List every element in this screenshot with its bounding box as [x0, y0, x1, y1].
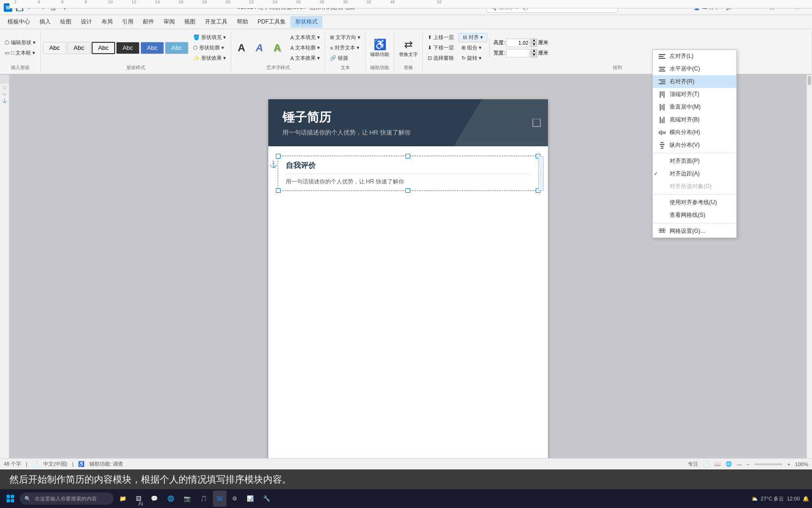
- art-text-1[interactable]: A: [233, 39, 250, 57]
- menu-design[interactable]: 设计: [76, 16, 97, 28]
- word-count: 48 个字: [4, 460, 21, 468]
- menu-view[interactable]: 视图: [180, 16, 200, 28]
- align-left-item[interactable]: 左对齐(L): [653, 50, 736, 63]
- page-icon: 📄: [32, 461, 39, 467]
- start-button[interactable]: [3, 491, 18, 507]
- select-pane-btn[interactable]: ⊡ 选择窗格: [425, 54, 457, 63]
- width-down[interactable]: ▼: [531, 53, 537, 57]
- align-text-btn[interactable]: ≡ 对齐文本 ▾: [327, 43, 363, 53]
- menu-insert[interactable]: 插入: [35, 16, 55, 28]
- ribbon-group-arrange: ⬆ 上移一层 ⬇ 下移一层 ⊡ 选择窗格: [423, 31, 812, 72]
- menu-layout[interactable]: 布局: [97, 16, 117, 28]
- align-btn[interactable]: ⊟ 对齐 ▾: [459, 33, 487, 42]
- focus-label[interactable]: 专注: [688, 460, 698, 468]
- align-middle-item[interactable]: 垂直居中(M): [653, 101, 736, 113]
- zoom-slider[interactable]: [754, 463, 782, 465]
- scrollbar-thumb[interactable]: [808, 76, 811, 85]
- taskbar-apps-7[interactable]: ⚙: [228, 491, 241, 507]
- align-page-item[interactable]: 对齐页面(P): [653, 155, 736, 167]
- align-dist-h-item[interactable]: 横向分布(H): [653, 126, 736, 139]
- shape-style-2[interactable]: Abc: [67, 42, 91, 54]
- align-top-item[interactable]: 顶端对齐(T): [653, 88, 736, 101]
- text-box-btn[interactable]: ▭ □ 文本框 ▾: [2, 48, 39, 58]
- taskbar-files[interactable]: 📁: [116, 491, 130, 507]
- tool-1[interactable]: ⬡: [3, 85, 7, 90]
- weather-label: 27°C 多云: [761, 495, 784, 502]
- view-web[interactable]: 🌐: [726, 461, 732, 467]
- use-snap-item[interactable]: 使用对齐参考线(U): [653, 196, 736, 209]
- zoom-out[interactable]: −: [747, 461, 750, 467]
- taskbar-word[interactable]: W: [213, 491, 226, 507]
- text-direction-btn[interactable]: ⊞ 文字方向 ▾: [327, 33, 363, 42]
- handle-bl[interactable]: [276, 188, 281, 193]
- shape-fill-btn[interactable]: 🪣 形状填充 ▾: [190, 33, 229, 42]
- down-layer-btn[interactable]: ⬇ 下移一层: [425, 43, 457, 53]
- handle-tm[interactable]: [406, 154, 410, 159]
- replace-items: ⇄ 替换文字: [396, 32, 421, 64]
- taskbar-apps-9[interactable]: 🔧: [259, 491, 274, 507]
- align-page-icon: [658, 158, 666, 165]
- menu-template[interactable]: 模板中心: [3, 16, 35, 28]
- menu-help[interactable]: 帮助: [232, 16, 253, 28]
- alt-text-btn[interactable]: ♿ 辅助功能: [367, 34, 392, 62]
- grid-settings-item[interactable]: 网格设置(G)...: [653, 225, 736, 238]
- taskbar-apps-5[interactable]: 🎵: [196, 491, 211, 507]
- resume-title: 锤子简历: [282, 109, 411, 126]
- taskbar-apps-4[interactable]: 📷: [180, 491, 195, 507]
- zoom-level[interactable]: 100%: [795, 461, 808, 467]
- shape-style-5[interactable]: Abc: [141, 42, 164, 54]
- shape-effect-btn[interactable]: ✨ 形状效果 ▾: [190, 54, 229, 63]
- link-btn[interactable]: 🔗 链接: [327, 54, 363, 63]
- art-text-3[interactable]: A: [269, 39, 286, 57]
- shape-style-1[interactable]: Abc: [43, 42, 66, 54]
- zoom-in[interactable]: +: [787, 461, 790, 467]
- handle-tl[interactable]: [276, 154, 281, 159]
- taskbar-apps-8[interactable]: 📊: [243, 491, 258, 507]
- up-layer-btn[interactable]: ⬆ 上移一层: [425, 33, 457, 42]
- menu-shape-format[interactable]: 形状格式: [290, 16, 322, 28]
- tool-3[interactable]: ⚓: [2, 98, 7, 103]
- loading-indicator: [532, 119, 541, 127]
- align-right-item[interactable]: 右对齐(R): [653, 75, 736, 88]
- rotate-icon: ↻: [461, 55, 466, 61]
- align-dist-v-item[interactable]: 纵向分布(V): [653, 139, 736, 151]
- menu-references[interactable]: 引用: [117, 16, 138, 28]
- menu-draw[interactable]: 绘图: [55, 16, 76, 28]
- shape-style-3[interactable]: Abc: [92, 42, 115, 54]
- tool-2[interactable]: ▭: [2, 92, 7, 96]
- edit-shape-btn[interactable]: ⬡ 编辑形状 ▾: [2, 38, 39, 48]
- art-text-2[interactable]: A: [251, 39, 268, 57]
- rotate-btn[interactable]: ↻ 旋转 ▾: [459, 54, 487, 63]
- show-grid-item[interactable]: 查看网格线(S): [653, 209, 736, 222]
- taskbar-apps-2[interactable]: 💬: [147, 491, 162, 507]
- shape-outline-btn[interactable]: ⬡ 形状轮廓 ▾: [190, 43, 229, 53]
- handle-bm[interactable]: [406, 188, 410, 193]
- view-read[interactable]: 📖: [714, 461, 721, 467]
- text-direction-icon: ⊞: [330, 34, 334, 40]
- taskbar-apps-3[interactable]: 🌐: [164, 491, 178, 507]
- text-fill-btn[interactable]: A 文本填充 ▾: [288, 33, 323, 42]
- view-print[interactable]: 📄: [703, 461, 710, 467]
- notification-icon[interactable]: 🔔: [803, 496, 809, 502]
- text-effect-btn[interactable]: A 文本效果 ▾: [288, 54, 323, 63]
- menu-mail[interactable]: 邮件: [138, 16, 159, 28]
- taskbar-search[interactable]: 🔍 在这里输入你要搜索的内容: [20, 492, 114, 505]
- align-margin-item[interactable]: 对齐边距(A): [653, 167, 736, 180]
- resize-handle-right[interactable]: ⋮: [538, 156, 544, 190]
- vertical-scrollbar[interactable]: [806, 75, 812, 458]
- width-input[interactable]: [506, 49, 530, 57]
- menu-review[interactable]: 审阅: [159, 16, 180, 28]
- height-down[interactable]: ▼: [531, 43, 537, 47]
- align-bottom-item[interactable]: 底端对齐(B): [653, 113, 736, 126]
- textbox-selected[interactable]: ⋮ 自我评价 用一句话描述你的个人优势，让 HR 快速了解你: [278, 156, 539, 191]
- shape-fill-icon: 🪣: [193, 34, 200, 40]
- menu-pdf[interactable]: PDF工具集: [253, 16, 290, 28]
- align-center-h-item[interactable]: 水平居中(C): [653, 63, 736, 75]
- replace-btn[interactable]: ⇄ 替换文字: [396, 34, 421, 62]
- group-btn[interactable]: ⊞ 组合 ▾: [459, 43, 487, 53]
- height-input[interactable]: [506, 39, 530, 47]
- shape-style-6[interactable]: Abc: [165, 42, 188, 54]
- text-outline-btn[interactable]: A 文本轮廓 ▾: [288, 43, 323, 53]
- shape-style-4[interactable]: Abc: [116, 42, 140, 54]
- menu-dev[interactable]: 开发工具: [200, 16, 232, 28]
